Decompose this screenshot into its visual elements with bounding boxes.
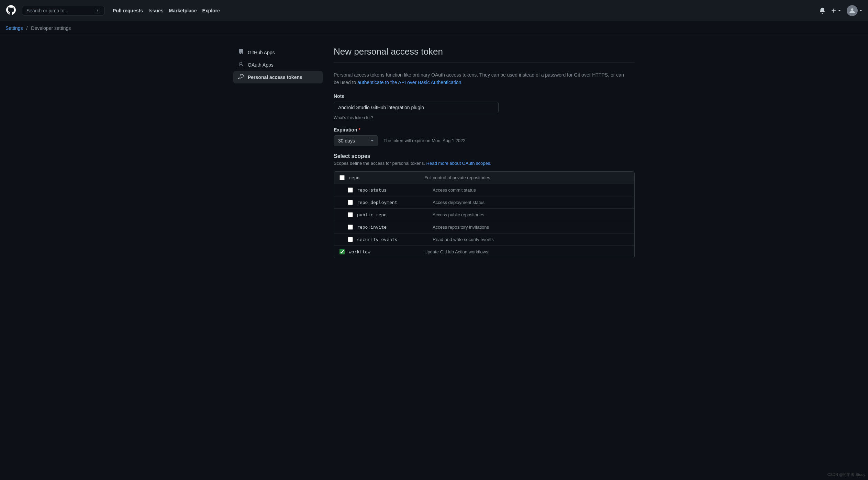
note-label: Note [334, 93, 635, 99]
github-apps-icon [237, 49, 244, 56]
scopes-group: Select scopes Scopes define the access f… [334, 153, 635, 258]
scope-name-repo: repo [349, 175, 424, 180]
scope-checkbox-workflow[interactable] [340, 249, 345, 254]
scope-row-workflow: workflow Update GitHub Action workflows [334, 246, 634, 258]
api-auth-link[interactable]: authenticate to the API over Basic Authe… [357, 80, 461, 85]
scope-row-security-events: security_events Read and write security … [334, 233, 634, 246]
user-avatar [847, 5, 858, 16]
title-divider [334, 62, 635, 63]
sidebar-item-github-apps[interactable]: GitHub Apps [233, 46, 323, 59]
breadcrumb-settings[interactable]: Settings [5, 25, 23, 31]
page-description: Personal access tokens function like ord… [334, 71, 629, 87]
page-title: New personal access token [334, 46, 635, 57]
scope-name-repo-deployment: repo_deployment [357, 200, 433, 205]
scope-desc-repo-invite: Access repository invitations [433, 225, 489, 230]
main-content: New personal access token Personal acces… [334, 46, 635, 265]
personal-access-tokens-icon [237, 74, 244, 81]
nav-links: Pull requests Issues Marketplace Explore [113, 8, 220, 13]
scope-row-repo-invite: repo:invite Access repository invitation… [334, 221, 634, 233]
nav-right [819, 5, 863, 16]
sidebar-item-oauth-apps[interactable]: OAuth Apps [233, 59, 323, 71]
scope-desc-repo-deployment: Access deployment status [433, 200, 485, 205]
expiration-group: Expiration* 30 days 60 days 90 days Cust… [334, 127, 635, 146]
expiration-row: 30 days 60 days 90 days Custom No expira… [334, 135, 635, 146]
search-bar[interactable]: Search or jump to... / [22, 6, 104, 15]
github-logo[interactable] [5, 4, 16, 16]
search-text: Search or jump to... [26, 8, 68, 13]
expiration-label: Expiration* [334, 127, 635, 133]
scope-row-repo: repo Full control of private repositorie… [334, 172, 634, 184]
scope-row-public-repo: public_repo Access public repositories [334, 209, 634, 221]
note-input[interactable] [334, 102, 499, 113]
scope-name-repo-status: repo:status [357, 187, 433, 193]
new-menu-button[interactable] [831, 8, 841, 13]
scope-checkbox-public-repo[interactable] [348, 212, 353, 217]
breadcrumb-separator: / [26, 25, 27, 31]
main-layout: GitHub Apps OAuth Apps Personal access t… [228, 35, 640, 276]
sidebar-github-apps-label: GitHub Apps [248, 50, 275, 55]
desc-part2: . [461, 80, 463, 85]
expiration-select[interactable]: 30 days 60 days 90 days Custom No expira… [334, 135, 378, 146]
scope-checkbox-repo-deployment[interactable] [348, 200, 353, 205]
scope-desc-public-repo: Access public repositories [433, 212, 484, 217]
scopes-desc-text: Scopes define the access for personal to… [334, 161, 426, 166]
oauth-apps-icon [237, 61, 244, 68]
scope-name-security-events: security_events [357, 237, 433, 242]
scope-desc-repo: Full control of private repositories [424, 175, 490, 180]
scope-row-repo-deployment: repo_deployment Access deployment status [334, 196, 634, 209]
scope-row-repo-status: repo:status Access commit status [334, 184, 634, 196]
breadcrumb-current: Developer settings [31, 25, 71, 31]
sidebar-personal-access-tokens-label: Personal access tokens [248, 75, 302, 80]
avatar-chevron [859, 9, 863, 12]
nav-marketplace[interactable]: Marketplace [169, 8, 197, 13]
expiry-note: The token will expire on Mon, Aug 1 2022 [383, 138, 465, 143]
sidebar: GitHub Apps OAuth Apps Personal access t… [233, 46, 323, 265]
scope-desc-workflow: Update GitHub Action workflows [424, 249, 488, 254]
nav-bar: Search or jump to... / Pull requests Iss… [0, 0, 868, 21]
scope-name-workflow: workflow [349, 249, 424, 254]
note-hint: What's this token for? [334, 115, 635, 120]
sidebar-oauth-apps-label: OAuth Apps [248, 62, 274, 68]
search-shortcut: / [95, 8, 100, 13]
scopes-desc: Scopes define the access for personal to… [334, 161, 635, 166]
scope-checkbox-repo[interactable] [340, 175, 345, 180]
scope-checkbox-repo-status[interactable] [348, 187, 353, 193]
sidebar-item-personal-access-tokens[interactable]: Personal access tokens [233, 71, 323, 83]
notifications-button[interactable] [819, 8, 825, 14]
scope-checkbox-repo-invite[interactable] [348, 225, 353, 230]
avatar[interactable] [847, 5, 863, 16]
scope-name-public-repo: public_repo [357, 212, 433, 217]
scopes-box: repo Full control of private repositorie… [334, 171, 635, 258]
nav-pull-requests[interactable]: Pull requests [113, 8, 143, 13]
nav-issues[interactable]: Issues [148, 8, 164, 13]
scope-desc-security-events: Read and write security events [433, 237, 494, 242]
note-group: Note What's this token for? [334, 93, 635, 120]
oauth-scopes-link[interactable]: Read more about OAuth scopes. [426, 161, 491, 166]
watermark: CSDN @初学者-Study [827, 472, 865, 477]
scope-checkbox-security-events[interactable] [348, 237, 353, 242]
scope-desc-repo-status: Access commit status [433, 187, 476, 193]
breadcrumb: Settings / Developer settings [0, 21, 868, 35]
nav-explore[interactable]: Explore [202, 8, 220, 13]
scopes-title: Select scopes [334, 153, 635, 159]
required-star: * [358, 127, 360, 133]
scope-name-repo-invite: repo:invite [357, 225, 433, 230]
